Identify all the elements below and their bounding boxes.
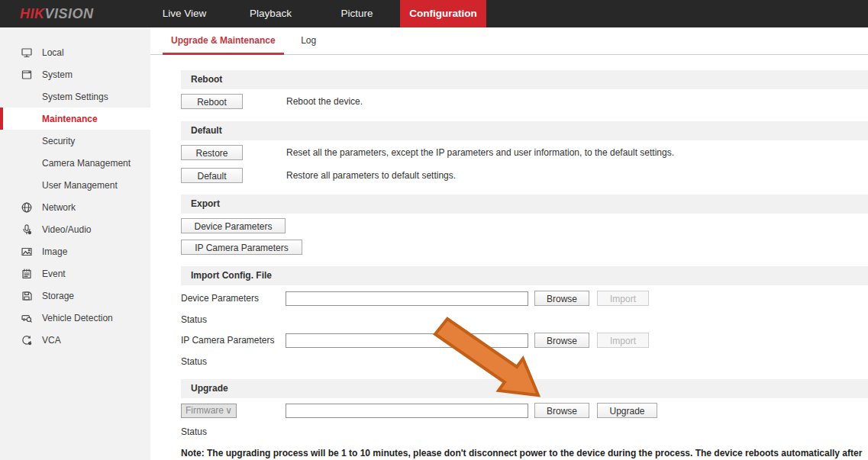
reboot-button[interactable]: Reboot: [181, 94, 243, 109]
restore-row: Restore Reset all the parameters, except…: [181, 145, 868, 160]
upgrade-row: Firmware ∨ Browse Upgrade: [181, 403, 868, 418]
sidebar-item-label: Vehicle Detection: [42, 313, 113, 323]
import-device-row: Device Parameters Browse Import: [181, 291, 868, 306]
globe-icon: [21, 201, 33, 214]
sidebar-item-label: Maintenance: [42, 114, 98, 124]
sidebar-item-system[interactable]: System: [0, 63, 150, 85]
sidebar-item-local[interactable]: Local: [0, 41, 150, 63]
sidebar-item-label: Video/Audio: [42, 224, 92, 235]
export-device-row: Device Parameters: [181, 218, 868, 233]
device-parameters-import-button[interactable]: Import: [597, 291, 649, 306]
sidebar-item-vehicle-detection[interactable]: Vehicle Detection: [0, 307, 150, 329]
ip-camera-parameters-label: IP Camera Parameters: [181, 335, 286, 346]
sidebar-item-label: Camera Management: [42, 158, 131, 169]
storage-icon: [21, 290, 33, 302]
upgrade-status-label: Status: [181, 426, 868, 437]
sidebar-item-system-settings[interactable]: System Settings: [0, 85, 150, 108]
upgrade-type-selected-value: Firmware: [186, 405, 224, 416]
sidebar-item-vca[interactable]: VCA: [0, 329, 150, 351]
nav-item-configuration[interactable]: Configuration: [400, 0, 486, 27]
image-icon: [21, 246, 33, 258]
logo-vision-text: VISION: [45, 6, 94, 22]
reboot-row: Reboot Reboot the device.: [181, 94, 868, 109]
event-icon: [21, 268, 33, 280]
vehicle-detection-icon: [21, 312, 33, 324]
nav-item-live-view[interactable]: Live View: [141, 0, 227, 27]
tab-upgrade-maintenance[interactable]: Upgrade & Maintenance: [169, 27, 277, 54]
vca-icon: [21, 334, 33, 346]
chevron-down-icon: ∨: [225, 405, 232, 416]
upgrade-file-input[interactable]: [286, 404, 528, 418]
section-header-export: Export: [181, 195, 868, 214]
maintenance-panel: Reboot Reboot Reboot the device. Default…: [150, 55, 868, 460]
hikvision-config-page: { "nav": { "logo": {"hik": "HIK", "visio…: [0, 0, 868, 460]
sidebar-item-maintenance[interactable]: Maintenance: [0, 108, 150, 130]
default-description: Restore all parameters to default settin…: [286, 170, 456, 181]
ip-camera-parameters-status-label: Status: [181, 356, 868, 367]
ip-camera-parameters-browse-button[interactable]: Browse: [534, 333, 589, 348]
export-ipc-row: IP Camera Parameters: [181, 240, 868, 255]
section-header-default: Default: [181, 121, 868, 140]
default-button[interactable]: Default: [181, 168, 243, 183]
top-nav: HIKVISION Live View Playback Picture Con…: [0, 0, 868, 27]
reboot-description: Reboot the device.: [286, 96, 363, 107]
ip-camera-parameters-import-button[interactable]: Import: [597, 333, 649, 348]
logo-hik-text: HIK: [20, 6, 45, 22]
sidebar-item-label: System: [42, 69, 73, 80]
sidebar-item-storage[interactable]: Storage: [0, 285, 150, 307]
sidebar-item-label: VCA: [42, 335, 61, 346]
section-header-import-config-file: Import Config. File: [181, 266, 868, 285]
nav-item-picture[interactable]: Picture: [314, 0, 400, 27]
main-content: Upgrade & Maintenance Log Reboot Reboot …: [150, 27, 868, 460]
export-ip-camera-parameters-button[interactable]: IP Camera Parameters: [181, 240, 302, 255]
monitor-icon: [21, 47, 33, 59]
sidebar-item-label: System Settings: [42, 92, 108, 102]
section-header-reboot: Reboot: [181, 70, 868, 89]
device-parameters-status-label: Status: [181, 314, 868, 325]
upgrade-button[interactable]: Upgrade: [597, 403, 657, 418]
sidebar-item-label: Security: [42, 136, 75, 146]
import-ipc-row: IP Camera Parameters Browse Import: [181, 333, 868, 348]
sidebar-item-user-management[interactable]: User Management: [0, 174, 150, 196]
restore-button[interactable]: Restore: [181, 145, 243, 160]
nav-item-playback[interactable]: Playback: [227, 0, 314, 27]
sidebar: Local System System Settings Maintenance…: [0, 27, 150, 460]
sidebar-item-image[interactable]: Image: [0, 240, 150, 262]
device-parameters-label: Device Parameters: [181, 293, 286, 304]
sidebar-item-label: Image: [42, 246, 67, 257]
sidebar-item-security[interactable]: Security: [0, 130, 150, 152]
export-device-parameters-button[interactable]: Device Parameters: [181, 218, 286, 233]
tab-log[interactable]: Log: [299, 27, 318, 54]
sidebar-item-label: Local: [42, 47, 64, 58]
upgrade-note: Note: The upgrading process will be 1 to…: [181, 448, 868, 460]
window-icon: [21, 69, 33, 81]
sidebar-item-camera-management[interactable]: Camera Management: [0, 152, 150, 174]
sidebar-item-event[interactable]: Event: [0, 262, 150, 285]
ip-camera-parameters-file-input[interactable]: [286, 333, 528, 348]
upgrade-browse-button[interactable]: Browse: [534, 403, 589, 418]
sidebar-item-label: Event: [42, 269, 66, 279]
section-header-upgrade: Upgrade: [181, 379, 868, 398]
sidebar-item-label: User Management: [42, 180, 118, 191]
hikvision-logo: HIKVISION: [0, 0, 141, 27]
sidebar-item-label: Network: [42, 202, 76, 213]
sidebar-item-label: Storage: [42, 291, 74, 301]
upgrade-type-select[interactable]: Firmware ∨: [181, 404, 237, 418]
sidebar-item-network[interactable]: Network: [0, 196, 150, 218]
restore-description: Reset all the parameters, except the IP …: [286, 147, 674, 158]
default-row: Default Restore all parameters to defaul…: [181, 168, 868, 183]
tab-bar: Upgrade & Maintenance Log: [150, 27, 868, 55]
device-parameters-file-input[interactable]: [286, 291, 528, 306]
sidebar-item-video-audio[interactable]: Video/Audio: [0, 218, 150, 240]
microphone-icon: [21, 224, 33, 236]
device-parameters-browse-button[interactable]: Browse: [534, 291, 589, 306]
